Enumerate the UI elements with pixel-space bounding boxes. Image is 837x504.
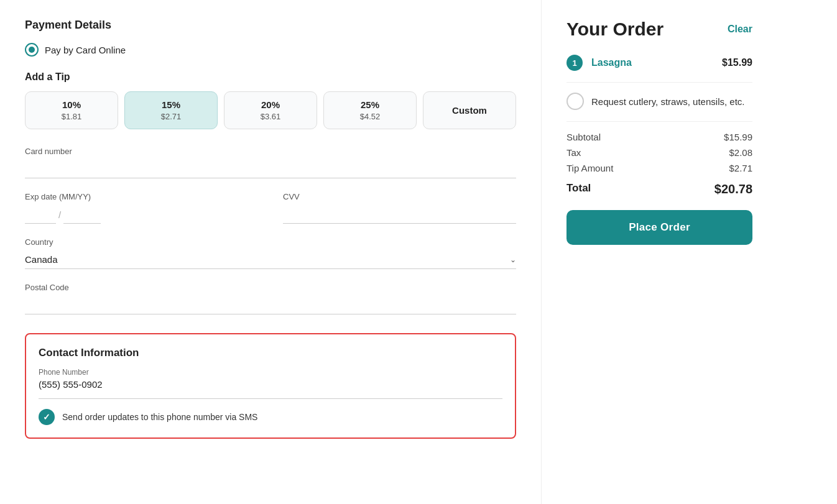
add-tip-title: Add a Tip (25, 71, 516, 83)
tip-amount-label: Tip Amount (566, 163, 613, 173)
tip-10-amt: $1.81 (62, 112, 82, 121)
contact-section-title: Contact Information (39, 347, 502, 359)
pay-by-card-label: Pay by Card Online (45, 45, 126, 55)
tip-25-amt: $4.52 (360, 112, 381, 121)
postal-code-input[interactable] (25, 296, 516, 314)
contact-section: Contact Information Phone Number (555) 5… (25, 333, 516, 439)
item-name: Lasagna (591, 57, 713, 68)
item-qty-badge: 1 (566, 55, 583, 71)
tax-row: Tax $2.08 (566, 147, 752, 158)
country-group: Country Canada ⌄ (25, 237, 516, 269)
phone-value: (555) 555-0902 (39, 379, 502, 390)
expiry-separator: / (58, 209, 61, 220)
exp-year-input[interactable] (63, 205, 101, 224)
left-panel: Payment Details Pay by Card Online Add a… (0, 0, 541, 504)
sms-opt-in-label: Send order updates to this phone number … (62, 412, 257, 422)
exp-month-input[interactable] (25, 205, 56, 224)
expiry-cvv-row: Exp date (MM/YY) / CVV (25, 192, 516, 224)
tax-label: Tax (566, 147, 581, 158)
cutlery-row: Request cutlery, straws, utensils, etc. (566, 93, 752, 110)
tip-15-button[interactable]: 15% $2.71 (124, 91, 218, 129)
card-number-label: Card number (25, 147, 516, 156)
tip-15-amt: $2.71 (161, 112, 182, 121)
cvv-label: CVV (283, 192, 516, 201)
exp-date-label: Exp date (MM/YY) (25, 192, 258, 201)
expiry-group: Exp date (MM/YY) / (25, 192, 258, 224)
country-select[interactable]: Canada ⌄ (25, 250, 516, 269)
total-value: $20.78 (714, 182, 752, 196)
cutlery-checkbox[interactable] (566, 93, 584, 110)
order-header: Your Order Clear (566, 19, 752, 40)
sms-opt-in-row: ✓ Send order updates to this phone numbe… (39, 409, 502, 425)
total-label: Total (566, 182, 591, 196)
postal-code-label: Postal Code (25, 283, 516, 292)
tip-25-button[interactable]: 25% $4.52 (323, 91, 417, 129)
cutlery-label: Request cutlery, straws, utensils, etc. (591, 96, 744, 107)
country-label: Country (25, 237, 516, 247)
total-row: Total $20.78 (566, 182, 752, 196)
tip-custom-button[interactable]: Custom (423, 91, 516, 129)
tip-25-pct: 25% (361, 99, 379, 110)
cvv-input[interactable] (283, 205, 516, 224)
subtotal-value: $15.99 (724, 132, 752, 142)
postal-code-group: Postal Code (25, 283, 516, 314)
tip-20-pct: 20% (261, 99, 280, 110)
sms-checkbox[interactable]: ✓ (39, 409, 55, 425)
tip-custom-label: Custom (452, 105, 487, 116)
order-divider (566, 82, 752, 83)
order-item-lasagna: 1 Lasagna $15.99 (566, 55, 752, 71)
tip-10-button[interactable]: 10% $1.81 (25, 91, 118, 129)
place-order-button[interactable]: Place Order (566, 210, 752, 245)
tip-amount-value: $2.71 (729, 163, 752, 173)
expiry-fields: / (25, 205, 258, 224)
order-title: Your Order (566, 19, 664, 40)
payment-method-row: Pay by Card Online (25, 43, 516, 57)
phone-label: Phone Number (39, 368, 502, 377)
card-number-group: Card number (25, 147, 516, 178)
order-summary: Subtotal $15.99 Tax $2.08 Tip Amount $2.… (566, 132, 752, 245)
payment-details-title: Payment Details (25, 19, 516, 32)
tip-20-amt: $3.61 (261, 112, 281, 121)
radio-inner-dot (29, 47, 35, 53)
phone-group: Phone Number (555) 555-0902 (39, 368, 502, 399)
tip-20-button[interactable]: 20% $3.61 (224, 91, 317, 129)
item-price: $15.99 (722, 57, 752, 68)
pay-by-card-radio[interactable] (25, 43, 39, 57)
chevron-down-icon: ⌄ (510, 255, 516, 264)
clear-button[interactable]: Clear (728, 24, 752, 35)
right-panel: Your Order Clear 1 Lasagna $15.99 Reques… (541, 0, 777, 504)
checkmark-icon: ✓ (43, 412, 50, 422)
order-divider-2 (566, 121, 752, 122)
tip-15-pct: 15% (162, 99, 180, 110)
tip-options-row: 10% $1.81 15% $2.71 20% $3.61 25% $4.52 … (25, 91, 516, 129)
card-number-input[interactable] (25, 160, 516, 178)
tip-row: Tip Amount $2.71 (566, 163, 752, 173)
tax-value: $2.08 (729, 147, 752, 158)
subtotal-row: Subtotal $15.99 (566, 132, 752, 142)
tip-10-pct: 10% (62, 99, 81, 110)
cvv-group: CVV (283, 192, 516, 224)
subtotal-label: Subtotal (566, 132, 601, 142)
country-value: Canada (25, 254, 58, 265)
